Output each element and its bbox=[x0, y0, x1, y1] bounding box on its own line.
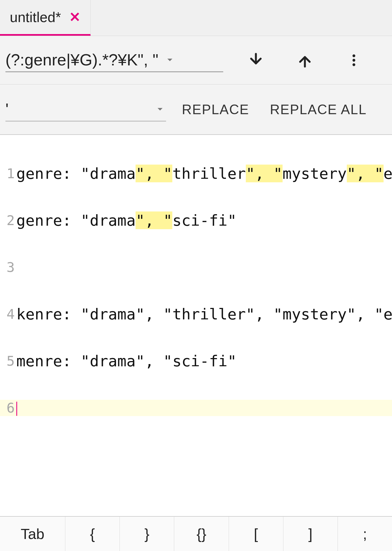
key-tab[interactable]: Tab bbox=[0, 517, 65, 551]
svg-point-1 bbox=[353, 59, 355, 61]
search-match: ", " bbox=[347, 165, 384, 182]
editor-line: 1 genre: "drama", "thriller", "mystery",… bbox=[0, 165, 392, 182]
editor-line: 2 genre: "drama", "sci-fi" bbox=[0, 212, 392, 229]
svg-point-2 bbox=[353, 63, 355, 66]
editor-line: 4 kenre: "drama", "thriller", "mystery",… bbox=[0, 306, 392, 322]
line-number: 2 bbox=[0, 214, 16, 227]
editor-line: 3 bbox=[0, 259, 392, 276]
tab-untitled[interactable]: untitled* ✕ bbox=[0, 0, 91, 36]
find-next-button[interactable] bbox=[240, 44, 272, 77]
line-number: 6 bbox=[0, 401, 16, 415]
key-brace-open[interactable]: { bbox=[65, 517, 120, 551]
search-bar: (?:genre|¥G).*?¥K", " bbox=[0, 36, 392, 84]
replace-value-text: ' bbox=[5, 100, 8, 119]
tab-bar: untitled* ✕ bbox=[0, 0, 392, 36]
search-input[interactable]: (?:genre|¥G).*?¥K", " bbox=[5, 48, 223, 72]
find-prev-button[interactable] bbox=[289, 44, 321, 77]
text-cursor bbox=[16, 402, 17, 416]
line-number: 1 bbox=[0, 167, 16, 180]
line-number: 4 bbox=[0, 307, 16, 321]
editor[interactable]: 1 genre: "drama", "thriller", "mystery",… bbox=[0, 135, 392, 551]
search-match: ", " bbox=[246, 165, 283, 182]
key-bracket-open[interactable]: [ bbox=[229, 517, 283, 551]
replace-bar: ' REPLACE REPLACE ALL bbox=[0, 84, 392, 135]
chevron-down-icon[interactable] bbox=[154, 103, 166, 115]
key-semicolon[interactable]: ; bbox=[338, 517, 392, 551]
line-number: 5 bbox=[0, 354, 16, 368]
key-braces[interactable]: {} bbox=[174, 517, 229, 551]
extra-keys-row: Tab { } {} [ ] ; bbox=[0, 516, 392, 551]
key-bracket-close[interactable]: ] bbox=[283, 517, 338, 551]
replace-all-button[interactable]: REPLACE ALL bbox=[265, 96, 372, 123]
svg-point-0 bbox=[353, 54, 355, 57]
replace-input[interactable]: ' bbox=[5, 98, 166, 122]
line-number: 3 bbox=[0, 261, 16, 274]
close-icon[interactable]: ✕ bbox=[69, 10, 81, 24]
search-pattern-text: (?:genre|¥G).*?¥K", " bbox=[5, 50, 158, 69]
tab-title: untitled* bbox=[10, 9, 61, 25]
search-match: ", " bbox=[136, 211, 172, 229]
search-match: ", " bbox=[136, 165, 172, 182]
key-brace-close[interactable]: } bbox=[120, 517, 174, 551]
more-options-button[interactable] bbox=[338, 44, 370, 77]
chevron-down-icon[interactable] bbox=[164, 54, 176, 66]
editor-line: 5 menre: "drama", "sci-fi" bbox=[0, 353, 392, 369]
editor-line-current: 6 bbox=[0, 400, 392, 416]
replace-button[interactable]: REPLACE bbox=[177, 96, 254, 123]
